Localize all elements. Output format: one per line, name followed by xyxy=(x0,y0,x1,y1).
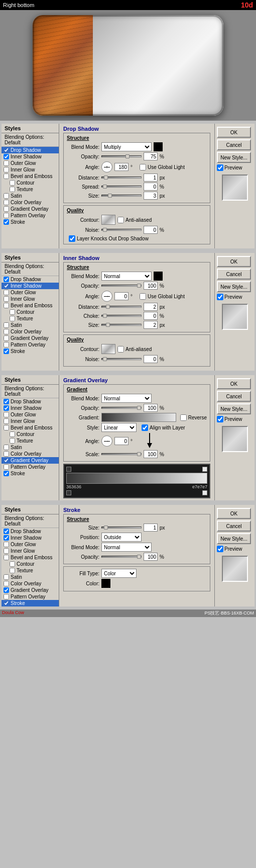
style-color-overlay-cb-4[interactable] xyxy=(4,581,9,586)
style-color-overlay-cb-2[interactable] xyxy=(4,329,9,334)
style-satin-2[interactable]: Satin xyxy=(2,322,59,328)
style-inner-shadow-4[interactable]: Inner Shadow xyxy=(2,535,59,541)
style-satin-cb-2[interactable] xyxy=(4,322,9,328)
cancel-button-4[interactable]: Cancel xyxy=(217,520,251,532)
style-contour-cb-1[interactable] xyxy=(10,180,15,186)
gradient-bottom-left[interactable] xyxy=(66,490,71,495)
style-gradient-overlay-cb-2[interactable] xyxy=(4,335,9,341)
blend-color-2[interactable] xyxy=(154,272,163,281)
new-style-button-1[interactable]: New Style... xyxy=(217,152,251,163)
go-angle-input[interactable] xyxy=(114,437,129,445)
style-inner-glow-cb-3[interactable] xyxy=(4,418,9,424)
angle-dial-2[interactable]: → xyxy=(101,291,112,302)
size-slider-1[interactable] xyxy=(101,195,142,197)
opacity-slider-1[interactable] xyxy=(101,155,142,157)
style-texture-cb-1[interactable] xyxy=(10,187,15,192)
go-scale-input[interactable] xyxy=(144,450,158,458)
style-contour-cb-2[interactable] xyxy=(10,309,15,315)
ok-button-1[interactable]: OK xyxy=(217,127,251,138)
go-opacity-input[interactable] xyxy=(144,404,158,412)
style-satin-3[interactable]: Satin xyxy=(2,444,59,451)
style-outer-glow-3[interactable]: Outer Glow xyxy=(2,411,59,418)
style-gradient-overlay-1[interactable]: Gradient Overlay xyxy=(2,206,59,212)
style-contour-2[interactable]: Contour xyxy=(2,309,59,315)
angle-dial-1[interactable]: ↑ xyxy=(101,161,112,172)
gradient-bar-preview[interactable] xyxy=(101,413,176,422)
distance-slider-2[interactable] xyxy=(101,306,142,308)
style-outer-glow-1[interactable]: Outer Glow xyxy=(2,160,59,166)
cancel-button-3[interactable]: Cancel xyxy=(217,391,251,402)
style-texture-3[interactable]: Texture xyxy=(2,438,59,444)
ok-button-2[interactable]: OK xyxy=(217,256,251,267)
style-contour-cb-4[interactable] xyxy=(10,561,15,567)
reverse-cb[interactable] xyxy=(180,414,187,421)
style-stroke-3[interactable]: Stroke xyxy=(2,470,59,477)
style-inner-shadow-cb-1[interactable] xyxy=(4,154,9,159)
style-pattern-overlay-4[interactable]: Pattern Overlay xyxy=(2,593,59,600)
style-texture-cb-4[interactable] xyxy=(10,568,15,573)
opacity-slider-2[interactable] xyxy=(101,285,142,287)
anti-aliased-cb-1[interactable] xyxy=(117,217,124,223)
stroke-blend-select[interactable]: Normal xyxy=(101,543,152,552)
global-light-cb-1[interactable] xyxy=(140,164,146,170)
style-gradient-overlay-cb-1[interactable] xyxy=(4,206,9,212)
style-drop-shadow-1[interactable]: Drop Shadow xyxy=(2,147,59,153)
style-bevel-emboss-cb-1[interactable] xyxy=(4,173,9,179)
style-pattern-overlay-cb-1[interactable] xyxy=(4,213,9,218)
style-stroke-1[interactable]: Stroke xyxy=(2,219,59,225)
preview-cb-2[interactable] xyxy=(217,294,223,300)
style-outer-glow-cb-2[interactable] xyxy=(4,290,9,295)
ok-button-4[interactable]: OK xyxy=(217,508,251,519)
style-bevel-emboss-2[interactable]: Bevel and Emboss xyxy=(2,302,59,309)
style-stroke-cb-2[interactable] xyxy=(4,349,9,354)
style-inner-shadow-cb-3[interactable] xyxy=(4,405,9,411)
style-satin-1[interactable]: Satin xyxy=(2,193,59,199)
style-contour-4[interactable]: Contour xyxy=(2,561,59,567)
layer-knocks-cb-1[interactable] xyxy=(69,235,75,242)
style-gradient-overlay-cb-3[interactable] xyxy=(4,458,9,463)
preview-cb-1[interactable] xyxy=(217,164,223,171)
contour-thumb-1[interactable] xyxy=(101,215,115,225)
gradient-editor[interactable]: 363636 e7e7e7 xyxy=(63,464,210,498)
style-stroke-cb-1[interactable] xyxy=(4,219,9,225)
go-blend-mode-select[interactable]: Normal xyxy=(101,394,152,403)
style-drop-shadow-cb-2[interactable] xyxy=(4,277,9,282)
go-scale-slider[interactable] xyxy=(101,453,142,455)
style-pattern-overlay-2[interactable]: Pattern Overlay xyxy=(2,341,59,348)
style-inner-shadow-3[interactable]: Inner Shadow xyxy=(2,405,59,411)
style-inner-glow-3[interactable]: Inner Glow xyxy=(2,418,59,424)
choke-input-2[interactable] xyxy=(144,312,158,320)
go-angle-dial[interactable]: → xyxy=(101,436,112,447)
global-light-cb-2[interactable] xyxy=(140,293,146,300)
preview-cb-4[interactable] xyxy=(217,546,223,552)
noise-input-1[interactable] xyxy=(144,226,158,234)
style-outer-glow-cb-4[interactable] xyxy=(4,542,9,547)
style-inner-shadow-cb-2[interactable] xyxy=(4,283,9,289)
style-inner-glow-1[interactable]: Inner Glow xyxy=(2,166,59,173)
stroke-size-slider[interactable] xyxy=(101,527,142,529)
style-drop-shadow-3[interactable]: Drop Shadow xyxy=(2,398,59,405)
style-stroke-cb-3[interactable] xyxy=(4,471,9,476)
distance-input-2[interactable] xyxy=(144,303,158,311)
gradient-bottom-right[interactable] xyxy=(202,490,207,495)
new-style-button-2[interactable]: New Style... xyxy=(217,281,251,292)
noise-slider-2[interactable] xyxy=(101,358,142,360)
style-outer-glow-cb-1[interactable] xyxy=(4,160,9,166)
style-texture-2[interactable]: Texture xyxy=(2,315,59,322)
style-drop-shadow-cb-4[interactable] xyxy=(4,529,9,534)
style-gradient-overlay-2[interactable]: Gradient Overlay xyxy=(2,335,59,341)
style-color-overlay-2[interactable]: Color Overlay xyxy=(2,328,59,335)
style-bevel-emboss-4[interactable]: Bevel and Emboss xyxy=(2,554,59,561)
style-contour-1[interactable]: Contour xyxy=(2,180,59,186)
style-texture-cb-2[interactable] xyxy=(10,316,15,321)
style-color-overlay-1[interactable]: Color Overlay xyxy=(2,199,59,206)
go-style-select[interactable]: Linear xyxy=(101,423,137,432)
style-inner-glow-cb-2[interactable] xyxy=(4,296,9,302)
style-bevel-emboss-1[interactable]: Bevel and Emboss xyxy=(2,173,59,180)
style-inner-shadow-2[interactable]: Inner Shadow xyxy=(2,283,59,289)
noise-input-2[interactable] xyxy=(144,355,158,363)
style-color-overlay-cb-1[interactable] xyxy=(4,200,9,205)
style-contour-cb-3[interactable] xyxy=(10,431,15,437)
style-drop-shadow-cb-3[interactable] xyxy=(4,399,9,404)
distance-slider-1[interactable] xyxy=(101,177,142,179)
